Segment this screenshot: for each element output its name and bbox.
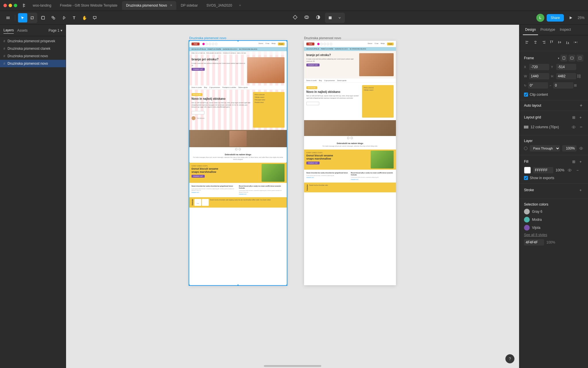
align-right-btn[interactable]: [540, 39, 547, 46]
handle-tr[interactable]: [286, 41, 287, 42]
grid-remove-btn[interactable]: −: [579, 125, 583, 129]
share-button[interactable]: Share: [547, 14, 564, 22]
yf-btn-a[interactable]: PREBERI VEČ: [192, 175, 205, 178]
canvas[interactable]: Druzinska pismenost novo PISM: [66, 25, 519, 368]
grid-add-btn[interactable]: +: [578, 114, 583, 120]
inspect-tab[interactable]: Inspect: [558, 25, 573, 35]
frame-tool-button[interactable]: [38, 13, 48, 22]
text-tool-button[interactable]: T: [69, 13, 79, 22]
fill-settings-btn[interactable]: ⊞: [571, 159, 577, 164]
align-center-v-btn[interactable]: [532, 39, 539, 46]
tab-woo-landing[interactable]: woo-landing: [29, 1, 55, 10]
corner-input[interactable]: [553, 82, 573, 89]
handle-tl[interactable]: [189, 41, 190, 42]
contrast-svg-icon: [316, 15, 320, 20]
rotation-input[interactable]: [528, 82, 548, 89]
tab-svos[interactable]: SVOS_JAN2020: [202, 1, 236, 10]
pen-tool-button[interactable]: [59, 13, 68, 22]
help-button[interactable]: ?: [505, 354, 514, 363]
conn-dot-1[interactable]: ←: [235, 148, 237, 150]
tab-close-icon[interactable]: ✕: [170, 4, 172, 7]
x-input[interactable]: [529, 64, 549, 70]
prototype-tab[interactable]: Prototype: [538, 25, 557, 35]
color-gray-swatch[interactable]: [524, 209, 530, 214]
frame-desktop-btn[interactable]: [568, 55, 575, 62]
frame-mobile-btn[interactable]: [560, 55, 567, 62]
close-button[interactable]: [3, 4, 7, 7]
fill-visibility-btn[interactable]: [567, 167, 572, 173]
handle-br[interactable]: [286, 284, 287, 285]
color-vijola-swatch[interactable]: [524, 225, 530, 231]
layer-item-1[interactable]: # Druzinska pismenost clanek: [0, 45, 66, 52]
y-input[interactable]: [556, 64, 576, 70]
fill-color-swatch[interactable]: [524, 167, 531, 174]
tab-druzinska-novo[interactable]: Druzinska pismenost Novo ✕: [122, 1, 176, 10]
fill-hex-input[interactable]: [533, 167, 553, 173]
handle-bl[interactable]: [189, 284, 190, 285]
layer-item-2[interactable]: # Druzinska pismenost novo: [0, 52, 66, 60]
comment-tool-button[interactable]: [90, 13, 99, 22]
color-modra-swatch[interactable]: [524, 217, 530, 223]
frame-b-wrapper[interactable]: Druzinska pismenost novo PISM: [304, 36, 396, 285]
w-input[interactable]: [529, 73, 549, 79]
hand-tool-button[interactable]: ✋: [80, 13, 89, 22]
assets-tab[interactable]: Assets: [17, 27, 28, 34]
align-top-btn[interactable]: [548, 39, 555, 46]
page-selector[interactable]: Page 1 ▾: [49, 28, 62, 32]
layer-mode-select[interactable]: Pass Through Normal Multiply Screen: [530, 145, 560, 152]
grid-visibility-btn[interactable]: [571, 124, 577, 130]
minimize-button[interactable]: [9, 4, 12, 7]
fullscreen-button[interactable]: [14, 4, 17, 7]
handle-tm[interactable]: [237, 41, 239, 42]
present-button[interactable]: [566, 13, 575, 22]
align-left-btn[interactable]: [524, 39, 531, 46]
color-item-modra: Modra: [524, 217, 583, 223]
clip-content-checkbox[interactable]: [524, 93, 528, 97]
align-bottom-btn[interactable]: [564, 39, 571, 46]
h-input[interactable]: [556, 73, 576, 79]
frame-expand-btn[interactable]: [577, 55, 583, 62]
tab-dp-sidebar[interactable]: DP sidebar: [177, 1, 202, 10]
design-tab[interactable]: Design: [523, 25, 538, 35]
select-tool-button[interactable]: [18, 13, 27, 22]
shapes-tool-button[interactable]: [49, 13, 58, 22]
frame-a-box[interactable]: PISM Domov O nas Menja Poišči: [189, 41, 287, 285]
add-tab-button[interactable]: ＋: [237, 2, 243, 9]
conn-dot-b-2[interactable]: →: [351, 137, 353, 139]
hero-btn-a[interactable]: PREBERI VEČ: [192, 68, 205, 71]
conn-dot-b-1[interactable]: ←: [347, 137, 349, 139]
fill-icon[interactable]: [326, 13, 335, 22]
zoom-label[interactable]: 25%: [578, 16, 585, 20]
auto-layout-add-btn[interactable]: +: [579, 103, 583, 108]
layer-visibility-btn[interactable]: [579, 145, 583, 151]
resize-corners-btn[interactable]: ⊞: [574, 83, 577, 87]
handle-bm[interactable]: [237, 284, 239, 285]
component-icon[interactable]: [291, 13, 300, 22]
grid-settings-btn[interactable]: ⊞: [571, 114, 577, 120]
layer-item-0[interactable]: # Druzinska pismenost prispevek: [0, 37, 66, 45]
main-menu-button[interactable]: [3, 13, 13, 22]
conn-dot-2[interactable]: →: [239, 148, 241, 150]
see-all-link[interactable]: See all 8 styles: [524, 233, 583, 237]
fill-dropdown-btn[interactable]: [335, 13, 344, 22]
frame-dropdown-icon[interactable]: ▾: [558, 57, 559, 60]
layers-tab[interactable]: Layers: [3, 27, 14, 34]
color-footer-hex-input[interactable]: [524, 239, 544, 246]
layer-opacity-input[interactable]: [562, 145, 577, 152]
scale-tool-button[interactable]: [28, 13, 37, 22]
stroke-add-btn[interactable]: +: [578, 187, 583, 193]
mask-icon[interactable]: [302, 13, 311, 22]
frame-b-box[interactable]: PISM Domov O nas Menja Poišči: [304, 41, 396, 285]
canvas-scrollbar[interactable]: [264, 365, 321, 367]
fill-add-btn[interactable]: +: [578, 159, 583, 164]
distribute-h-btn[interactable]: [572, 39, 579, 46]
show-in-exports-checkbox[interactable]: [524, 176, 528, 180]
fill-remove-btn[interactable]: −: [575, 167, 581, 173]
contrast-icon[interactable]: [314, 13, 323, 22]
align-center-h-btn[interactable]: [556, 39, 563, 46]
tab-freebie[interactable]: Freebie - Gift Store Website Template: [56, 1, 121, 10]
constrain-ratio-btn[interactable]: ⛓: [577, 74, 581, 78]
layer-item-3[interactable]: # Druzinska pismenost novo: [0, 60, 66, 67]
mid-btn-a[interactable]: VEČ V TEM: [192, 111, 204, 114]
frame-a-wrapper[interactable]: Druzinska pismenost novo PISM: [189, 36, 287, 285]
